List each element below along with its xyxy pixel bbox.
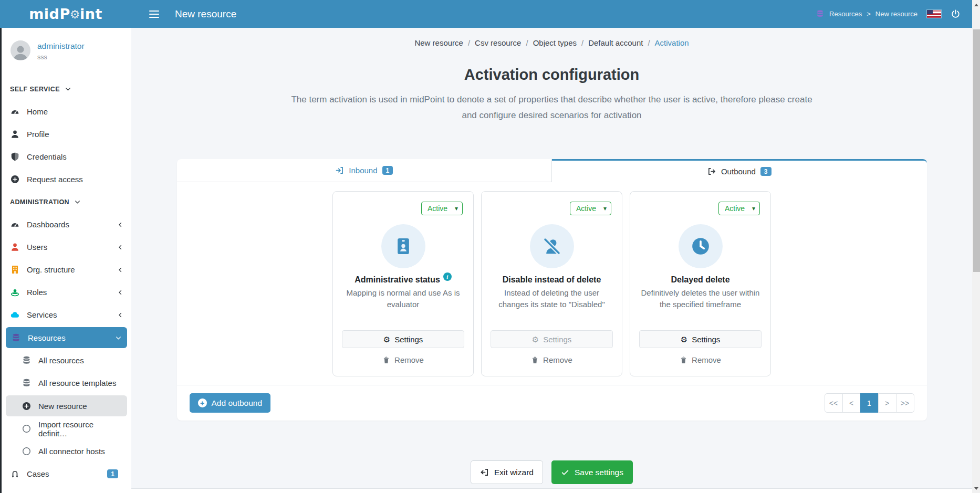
card-description: Instead of deleting the user changes its… [482, 287, 622, 310]
navbar-right: Resources > New resource [816, 9, 972, 19]
user-name-link[interactable]: administrator [37, 41, 85, 51]
pagination-page-1[interactable]: 1 [860, 393, 879, 413]
card-title: Disable instead of delete [503, 275, 601, 285]
sidebar-item-all-resources[interactable]: All resources [2, 349, 131, 372]
sidebar-item-cases[interactable]: Cases 1 [2, 463, 131, 485]
remove-button[interactable]: Remove [531, 355, 572, 364]
lifecycle-state-select[interactable]: Active [421, 202, 463, 215]
pagination-next-button[interactable]: > [878, 393, 896, 413]
top-breadcrumb-root-link[interactable]: Resources [829, 10, 862, 18]
sidebar-item-all-resource-templates[interactable]: All resource templates [2, 372, 131, 394]
menu-toggle-button[interactable] [147, 7, 161, 21]
user-slash-circle [530, 224, 574, 268]
midpoint-logo[interactable]: midP⚙int [0, 6, 131, 22]
tab-bar: Inbound 1 Outbound 3 [177, 159, 927, 182]
check-icon [561, 468, 569, 477]
pagination: << < 1 > >> [825, 393, 914, 413]
plus-circle-icon [10, 174, 20, 184]
clock-circle [679, 224, 723, 268]
exit-wizard-button[interactable]: Exit wizard [471, 460, 543, 484]
tab-outbound[interactable]: Outbound 3 [552, 159, 927, 182]
id-badge-icon [393, 236, 414, 257]
scrollbar-thumb[interactable] [973, 29, 980, 272]
user-panel[interactable]: administrator sss [2, 28, 131, 61]
breadcrumb-item[interactable]: Csv resource [475, 38, 521, 47]
logout-button[interactable] [951, 9, 961, 19]
activation-panel: Inbound 1 Outbound 3 Active ▾ Administra… [177, 159, 927, 421]
power-icon [951, 9, 961, 19]
card-delayed-delete: Active ▾ Delayed delete Definitively del… [630, 191, 771, 376]
lifecycle-state-select[interactable]: Active [570, 202, 611, 215]
lifecycle-state-select[interactable]: Active [718, 202, 760, 215]
sidebar-nav: SELF SERVICE Home Profile Credentials Re… [2, 78, 131, 493]
resources-db-icon [816, 9, 825, 18]
pagination-last-button[interactable]: >> [896, 393, 914, 413]
sidebar-item-import-resource-definition[interactable]: Import resource definit… [2, 417, 131, 440]
scrollbar-up-arrow[interactable] [972, 1, 980, 9]
card-title: Delayed delete [671, 275, 729, 285]
sidebar-item-dashboards[interactable]: Dashboards [2, 213, 131, 236]
wizard-title: Activation configuration [131, 66, 972, 83]
sidebar-section-administration[interactable]: ADMINISTRATION [2, 191, 131, 213]
wizard-breadcrumb: New resource/Csv resource/Object types/D… [131, 38, 972, 47]
outbound-count-badge: 3 [760, 167, 772, 176]
arrow-left-to-bracket-icon [480, 468, 489, 477]
user-description: sss [37, 54, 85, 61]
sidebar-section-self-service[interactable]: SELF SERVICE [2, 78, 131, 100]
building-icon [10, 265, 20, 275]
remove-button[interactable]: Remove [382, 355, 424, 364]
plus-circle-icon [22, 401, 32, 411]
breadcrumb-item-current[interactable]: Activation [655, 38, 689, 47]
sidebar-item-credentials[interactable]: Credentials [2, 145, 131, 168]
sidebar-item-services[interactable]: Services [2, 303, 131, 326]
us-flag-icon[interactable] [927, 10, 941, 18]
info-icon[interactable]: i [443, 272, 452, 281]
pagination-first-button[interactable]: << [825, 393, 843, 413]
main-content: New resource/Csv resource/Object types/D… [131, 28, 972, 493]
add-outbound-button[interactable]: + Add outbound [190, 393, 271, 413]
user-slash-icon [541, 236, 562, 257]
roles-icon [10, 287, 20, 297]
cases-count-badge: 1 [107, 469, 118, 478]
settings-button[interactable]: ⚙ Settings [491, 330, 613, 348]
sidebar-item-home[interactable]: Home [2, 100, 131, 123]
sidebar-item-certification[interactable]: Certification [2, 485, 131, 493]
inbound-count-badge: 1 [382, 166, 393, 175]
gear-icon: ⚙ [681, 335, 687, 343]
settings-button[interactable]: ⚙ Settings [342, 330, 464, 348]
save-settings-button[interactable]: Save settings [551, 460, 633, 484]
page-footer-strip [131, 488, 972, 493]
breadcrumb-item[interactable]: New resource [414, 38, 463, 47]
activation-cards: Active ▾ Administrative status i Mapping… [177, 182, 927, 376]
avatar [11, 40, 30, 60]
top-breadcrumb: Resources > New resource [816, 9, 918, 18]
trash-icon [531, 356, 539, 364]
sidebar-item-roles[interactable]: Roles [2, 281, 131, 303]
sidebar-item-users[interactable]: Users [2, 236, 131, 258]
sidebar-item-all-connector-hosts[interactable]: All connector hosts [2, 440, 131, 463]
top-breadcrumb-current-link[interactable]: New resource [875, 10, 918, 18]
sidebar-item-new-resource[interactable]: New resource [6, 395, 127, 416]
breadcrumb-item[interactable]: Default account [588, 38, 643, 47]
card-administrative-status: Active ▾ Administrative status i Mapping… [332, 191, 474, 376]
remove-button[interactable]: Remove [680, 355, 721, 364]
tab-inbound[interactable]: Inbound 1 [177, 159, 552, 182]
database-icon [11, 333, 21, 343]
sidebar-item-org-structure[interactable]: Org. structure [2, 258, 131, 281]
scrollbar-down-arrow[interactable] [972, 484, 980, 492]
page-title: New resource [175, 8, 236, 20]
settings-button[interactable]: ⚙ Settings [639, 330, 762, 348]
wizard-subtitle: The term activation is used in midPoint … [289, 92, 815, 123]
vertical-scrollbar[interactable] [972, 0, 980, 493]
sidebar-item-request-access[interactable]: Request access [2, 168, 131, 191]
breadcrumb-item[interactable]: Object types [533, 38, 577, 47]
circle-outline-icon [22, 424, 32, 434]
chevron-down-icon [115, 334, 122, 341]
database-icon [22, 355, 32, 365]
chevron-down-icon [74, 198, 81, 205]
sidebar-item-profile[interactable]: Profile [2, 123, 131, 145]
pagination-prev-button[interactable]: < [842, 393, 861, 413]
chevron-left-icon [117, 222, 123, 228]
sidebar-item-resources[interactable]: Resources [6, 327, 127, 348]
circle-outline-icon [22, 446, 32, 456]
